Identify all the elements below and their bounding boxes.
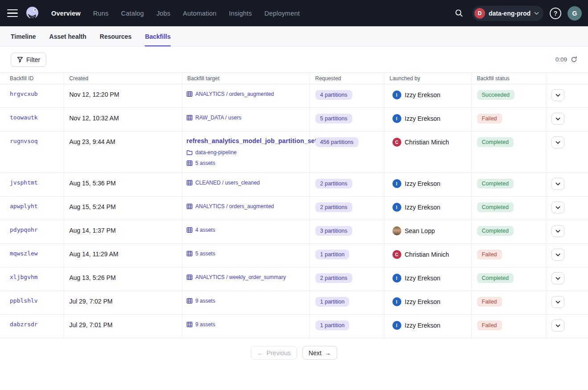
backfill-id-link[interactable]: ppblshlv xyxy=(10,297,38,304)
backfill-id-link[interactable]: apwplyht xyxy=(10,203,38,209)
requested-partitions-badge: 2 partitions xyxy=(315,179,352,189)
backfill-id-link[interactable]: pdypqohr xyxy=(10,226,38,233)
backfill-id-link[interactable]: toowautk xyxy=(10,114,38,121)
nav-item-insights[interactable]: Insights xyxy=(229,10,252,17)
nav-item-deployment[interactable]: Deployment xyxy=(265,10,300,17)
asset-link[interactable]: 5 assets xyxy=(187,250,304,257)
nav-item-catalog[interactable]: Catalog xyxy=(121,10,144,17)
person-avatar: I xyxy=(392,90,401,99)
launched-by: I Izzy Erekson xyxy=(392,90,466,99)
nav-item-jobs[interactable]: Jobs xyxy=(156,10,170,17)
row-expand-button[interactable] xyxy=(551,249,564,261)
created-cell: Jul 29, 7:01 PM xyxy=(64,315,182,338)
launched-by: C Christian Minich xyxy=(392,250,466,259)
row-expand-button[interactable] xyxy=(551,178,564,190)
asset-link[interactable]: 4 assets xyxy=(187,227,304,233)
tab-resources[interactable]: Resources xyxy=(100,26,132,46)
table-row: hrgvcxub Nov 12, 12:20 PM ANALYTICS / or… xyxy=(0,84,588,108)
asset-link[interactable]: ANALYTICS / weekly_order_summary xyxy=(187,274,304,280)
backfill-id-link[interactable]: rugnvsoq xyxy=(10,138,38,144)
user-avatar[interactable]: G xyxy=(568,6,582,21)
target-cell: 4 assets xyxy=(182,220,310,244)
created-cell: Nov 12, 12:20 PM xyxy=(64,84,182,108)
chevron-down-icon xyxy=(555,94,560,97)
search-icon[interactable] xyxy=(453,7,466,20)
asset-link[interactable]: CLEANED / users_cleaned xyxy=(187,180,304,186)
created-cell: Jul 29, 7:02 PM xyxy=(64,291,182,315)
status-badge: Failed xyxy=(477,320,502,330)
nav-item-automation[interactable]: Automation xyxy=(183,10,216,17)
row-expand-button[interactable] xyxy=(551,225,564,237)
launched-by: I Izzy Erekson xyxy=(392,114,466,123)
deployment-switcher[interactable]: D data-eng-prod xyxy=(472,6,543,21)
col-backfill-status: Backfill status xyxy=(471,73,546,84)
asset-table-icon xyxy=(187,298,192,304)
nav-item-runs[interactable]: Runs xyxy=(93,10,109,17)
job-link[interactable]: refresh_analytics_model_job_partition_se… xyxy=(187,137,304,144)
chevron-down-icon xyxy=(555,141,560,144)
row-expand-button[interactable] xyxy=(551,136,564,148)
person-avatar: C xyxy=(392,250,401,259)
asset-link[interactable]: ANALYTICS / orders_augmented xyxy=(187,203,304,209)
refresh-countdown: 0:09 xyxy=(555,56,567,63)
dagster-logo-icon[interactable] xyxy=(24,5,41,21)
deployment-avatar: D xyxy=(474,8,485,19)
asset-link[interactable]: 9 assets xyxy=(187,321,304,328)
target-cell: ANALYTICS / orders_augmented xyxy=(182,84,310,108)
col-created: Created xyxy=(64,73,182,84)
col-backfill-target: Backfill target xyxy=(182,73,310,84)
table-header-row: Backfill ID Created Backfill target Requ… xyxy=(0,73,588,84)
created-cell: Aug 14, 11:29 AM xyxy=(64,244,182,267)
next-page-button[interactable]: Next → xyxy=(302,346,337,360)
col-requested: Requested xyxy=(310,73,384,84)
help-icon[interactable]: ? xyxy=(550,8,561,19)
person-name: Izzy Erekson xyxy=(405,91,441,99)
backfill-id-link[interactable]: mqwszlew xyxy=(10,250,38,257)
funnel-icon xyxy=(17,57,23,63)
code-location-link[interactable]: data-eng-pipeline xyxy=(187,149,304,156)
table-row: dabzrsdr Jul 29, 7:01 PM 9 assets 1 part… xyxy=(0,315,588,338)
row-expand-button[interactable] xyxy=(551,272,564,284)
tab-backfills[interactable]: Backfills xyxy=(145,26,171,46)
launched-by: I Izzy Erekson xyxy=(392,179,466,188)
asset-table-icon xyxy=(187,275,192,280)
backfill-id-link[interactable]: jvsphtmt xyxy=(10,179,38,186)
refresh-icon[interactable] xyxy=(571,56,577,63)
backfill-id-link[interactable]: hrgvcxub xyxy=(10,90,38,97)
row-expand-button[interactable] xyxy=(551,89,564,101)
primary-nav: Overview Runs Catalog Jobs Automation In… xyxy=(51,10,300,17)
row-expand-button[interactable] xyxy=(551,201,564,213)
person-name: Izzy Erekson xyxy=(405,180,441,187)
launched-by: C Christian Minich xyxy=(392,138,466,147)
asset-table-icon xyxy=(187,251,192,256)
nav-item-overview[interactable]: Overview xyxy=(51,10,81,17)
tab-asset-health[interactable]: Asset health xyxy=(49,26,86,46)
asset-link[interactable]: ANALYTICS / orders_augmented xyxy=(187,91,304,97)
previous-page-button[interactable]: ← Previous xyxy=(251,346,297,360)
tab-timeline[interactable]: Timeline xyxy=(11,26,36,46)
status-badge: Failed xyxy=(477,250,502,259)
arrow-right-icon: → xyxy=(325,349,331,357)
next-label: Next xyxy=(309,349,322,357)
row-expand-button[interactable] xyxy=(551,320,564,332)
row-expand-button[interactable] xyxy=(551,113,564,125)
menu-icon[interactable] xyxy=(7,8,19,19)
asset-link[interactable]: RAW_DATA / users xyxy=(187,115,304,121)
backfills-table: Backfill ID Created Backfill target Requ… xyxy=(0,72,588,338)
row-expand-button[interactable] xyxy=(551,296,564,308)
table-row: apwplyht Aug 15, 5:24 PM ANALYTICS / ord… xyxy=(0,197,588,220)
filter-button[interactable]: Filter xyxy=(11,53,46,67)
backfill-id-link[interactable]: dabzrsdr xyxy=(10,321,38,328)
asset-table-icon xyxy=(187,227,192,233)
backfill-id-link[interactable]: xljbgvhm xyxy=(10,274,38,280)
requested-partitions-badge: 1 partition xyxy=(315,297,350,307)
asset-table-icon xyxy=(187,204,192,209)
asset-link-label: 9 assets xyxy=(196,321,216,328)
asset-link[interactable]: 9 assets xyxy=(187,298,304,304)
asset-link-label: ANALYTICS / orders_augmented xyxy=(196,203,274,209)
person-avatar: C xyxy=(392,138,401,147)
target-cell: ANALYTICS / weekly_order_summary xyxy=(182,267,310,291)
assets-link[interactable]: 5 assets xyxy=(187,160,304,166)
app-bar: Overview Runs Catalog Jobs Automation In… xyxy=(0,0,588,26)
deployment-name: data-eng-prod xyxy=(489,10,531,17)
